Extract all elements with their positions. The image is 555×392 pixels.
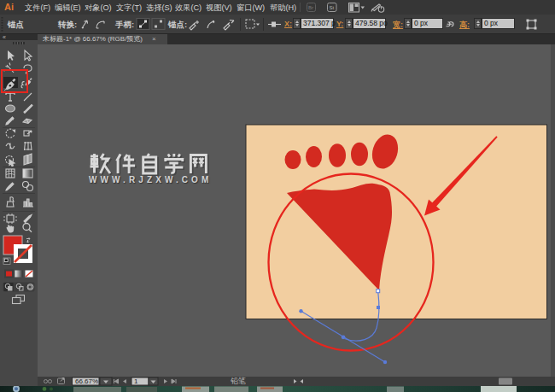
svg-text:铅笔: 铅笔 <box>231 377 246 385</box>
svg-text:1: 1 <box>134 377 138 385</box>
svg-text:66.67%: 66.67% <box>75 377 98 385</box>
